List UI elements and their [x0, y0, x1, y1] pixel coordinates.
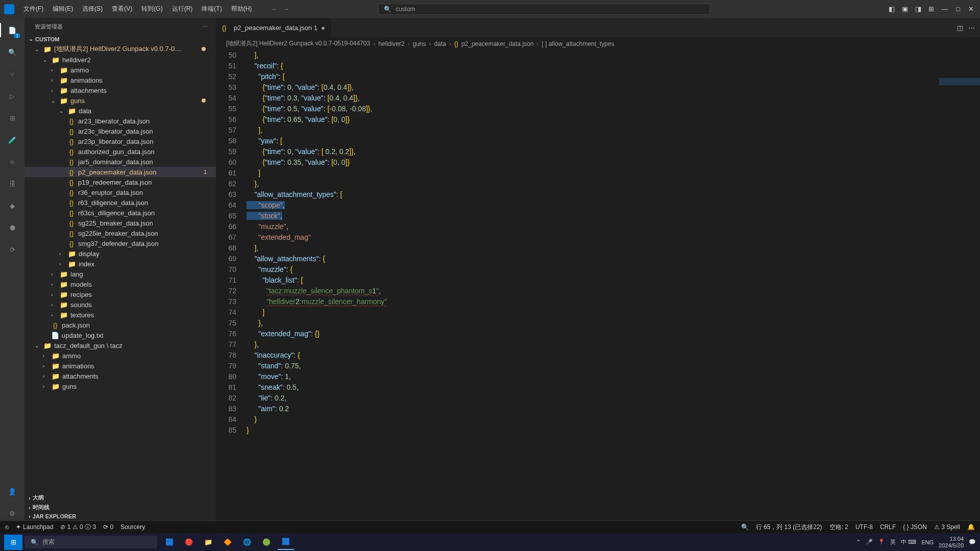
- sourcery-status[interactable]: Sourcery: [120, 523, 145, 531]
- file-sg225ie[interactable]: {}sg225ie_breaker_data.json: [24, 228, 216, 238]
- taskbar-file-explorer[interactable]: 📁: [200, 535, 216, 550]
- remote-indicator[interactable]: ⎋: [5, 523, 9, 531]
- sidebar-more-icon[interactable]: ⋯: [202, 23, 208, 30]
- project-icon[interactable]: ◆: [5, 198, 19, 213]
- folder-helldiver2[interactable]: ⌄📁helldiver2: [24, 55, 216, 65]
- section-outline[interactable]: ›大纲: [24, 493, 216, 503]
- source-control-icon[interactable]: ⑂: [5, 67, 19, 81]
- indentation[interactable]: 空格: 2: [829, 523, 848, 532]
- hexagon-icon[interactable]: ⬢: [5, 220, 19, 235]
- file-jar5[interactable]: {}jar5_dominator_data.json: [24, 157, 216, 167]
- tray-mic-icon[interactable]: 🎤: [866, 539, 873, 545]
- ports-status[interactable]: ⟳ 0: [103, 523, 113, 531]
- layout-customize-icon[interactable]: ⊞: [927, 5, 936, 14]
- menu-view[interactable]: 查看(V): [108, 3, 136, 15]
- file-pack[interactable]: {}pack.json: [24, 320, 216, 330]
- nav-forward-icon[interactable]: →: [283, 5, 289, 13]
- folder-data[interactable]: ⌄📁data: [24, 106, 216, 116]
- tray-ime-mode[interactable]: 英: [890, 538, 896, 546]
- layout-sidebar-left-icon[interactable]: ◧: [887, 5, 896, 14]
- folder-sounds[interactable]: ›📁sounds: [24, 299, 216, 310]
- taskbar-app-4[interactable]: 🟢: [258, 535, 275, 550]
- menu-edit[interactable]: 编辑(E): [48, 3, 77, 15]
- language-mode[interactable]: { } JSON: [903, 523, 927, 531]
- tab-dirty-icon[interactable]: ●: [321, 24, 325, 32]
- file-r63[interactable]: {}r63_diligence_data.json: [24, 197, 216, 208]
- file-ar23[interactable]: {}ar23_liberator_data.json: [24, 116, 216, 126]
- section-timeline[interactable]: ›时间线: [24, 503, 216, 512]
- folder-recipes[interactable]: ›📁recipes: [24, 289, 216, 299]
- taskbar-search[interactable]: 🔍 搜索: [24, 536, 157, 548]
- settings-icon[interactable]: ⚙: [5, 506, 19, 520]
- refresh-icon[interactable]: ⟳: [5, 242, 19, 257]
- folder-animations2[interactable]: ›📁animations: [24, 361, 216, 371]
- file-ar23p[interactable]: {}ar23p_liberator_data.json: [24, 136, 216, 146]
- folder-ammo2[interactable]: ›📁ammo: [24, 350, 216, 361]
- menu-run[interactable]: 运行(R): [168, 3, 197, 15]
- split-editor-icon[interactable]: ◫: [957, 24, 963, 32]
- layout-sidebar-right-icon[interactable]: ◨: [914, 5, 923, 14]
- file-ar23c[interactable]: {}ar23c_liberator_data.json: [24, 126, 216, 136]
- encoding[interactable]: UTF-8: [855, 523, 873, 531]
- folder-index[interactable]: ›📁index: [24, 259, 216, 269]
- tab-p2-peacemaker[interactable]: {} p2_peacemaker_data.json 1 ●: [216, 18, 332, 37]
- taskbar-vscode[interactable]: 🟦: [278, 535, 294, 550]
- run-debug-icon[interactable]: ▷: [5, 89, 19, 103]
- folder-project[interactable]: ⌄📁[地狱潜兵2] HellDiver2 Gunpack v0.0.7-0…: [24, 43, 216, 55]
- extensions-icon[interactable]: ⊞: [5, 111, 19, 125]
- cursor-position[interactable]: 行 65，列 13 (已选择22): [756, 523, 822, 532]
- tray-language[interactable]: ENG: [921, 539, 934, 545]
- minimize-icon[interactable]: —: [940, 5, 949, 14]
- launchpad-status[interactable]: ✦ Launchpad: [16, 523, 53, 531]
- command-center-search[interactable]: 🔍 custom: [378, 4, 710, 15]
- menu-terminal[interactable]: 终端(T): [198, 3, 226, 15]
- search-activity-icon[interactable]: 🔍: [5, 45, 19, 59]
- tray-location-icon[interactable]: 📍: [878, 539, 885, 545]
- start-button[interactable]: ⊞: [4, 535, 22, 550]
- folder-root[interactable]: ⌄CUSTOM: [24, 35, 216, 43]
- explorer-icon[interactable]: 📄1: [5, 23, 19, 37]
- tray-notifications-icon[interactable]: 💬: [969, 539, 976, 545]
- menu-help[interactable]: 帮助(H): [227, 3, 256, 15]
- folder-models[interactable]: ›📁models: [24, 279, 216, 289]
- file-smg37[interactable]: {}smg37_defender_data.json: [24, 238, 216, 248]
- folder-lang[interactable]: ›📁lang: [24, 269, 216, 279]
- folder-attachments2[interactable]: ›📁attachments: [24, 371, 216, 381]
- problems-status[interactable]: ⊘ 1 ⚠ 0 ⓘ 3: [60, 523, 96, 532]
- taskbar-app-1[interactable]: 🟦: [161, 535, 178, 550]
- notifications-icon[interactable]: 🔔: [967, 523, 975, 531]
- taskbar-app-2[interactable]: 🔴: [181, 535, 197, 550]
- taskbar-app-3[interactable]: 🔶: [219, 535, 236, 550]
- remote-icon[interactable]: ⎋: [5, 155, 19, 169]
- folder-guns[interactable]: ⌄📁guns: [24, 95, 216, 106]
- close-icon[interactable]: ✕: [967, 5, 976, 14]
- section-jar-explorer[interactable]: ›JAR EXPLORER: [24, 512, 216, 520]
- eol[interactable]: CRLF: [880, 523, 896, 531]
- minimap[interactable]: [939, 37, 980, 354]
- file-p19[interactable]: {}p19_redeemer_data.json: [24, 177, 216, 187]
- file-authorized[interactable]: {}authorized_gun_data.json: [24, 146, 216, 157]
- layout-panel-icon[interactable]: ▣: [900, 5, 910, 14]
- tray-ime-keyboard[interactable]: 中 ⌨: [901, 538, 916, 546]
- account-icon[interactable]: 👤: [5, 484, 19, 498]
- tray-clock[interactable]: 13:04 2024/5/20: [939, 536, 964, 549]
- breadcrumb[interactable]: [地狱潜兵2] HellDiver2 Gunpack v0.0.7-0519-0…: [216, 37, 980, 50]
- menu-file[interactable]: 文件(F): [19, 3, 47, 15]
- menu-go[interactable]: 转到(G): [137, 3, 166, 15]
- file-sg225[interactable]: {}sg225_breaker_data.json: [24, 218, 216, 228]
- folder-animations[interactable]: ›📁animations: [24, 75, 216, 85]
- code-editor[interactable]: 5051525354555657585960616263646566676869…: [216, 50, 980, 520]
- folder-guns2[interactable]: ›📁guns: [24, 381, 216, 391]
- maximize-icon[interactable]: □: [953, 5, 963, 14]
- file-r36[interactable]: {}r36_eruptor_data.json: [24, 187, 216, 197]
- file-r63cs[interactable]: {}r63cs_diligence_data.json: [24, 208, 216, 218]
- folder-attachments[interactable]: ›📁attachments: [24, 85, 216, 95]
- spell-check[interactable]: ⚠ 3 Spell: [934, 523, 960, 531]
- folder-ammo[interactable]: ›📁ammo: [24, 65, 216, 75]
- taskbar-chrome[interactable]: 🌐: [239, 535, 255, 550]
- folder-textures[interactable]: ›📁textures: [24, 310, 216, 320]
- menu-selection[interactable]: 选择(S): [78, 3, 107, 15]
- nav-back-icon[interactable]: ←: [271, 5, 278, 13]
- file-update-log[interactable]: 📄update_log.txt: [24, 330, 216, 340]
- more-actions-icon[interactable]: ⋯: [968, 24, 975, 32]
